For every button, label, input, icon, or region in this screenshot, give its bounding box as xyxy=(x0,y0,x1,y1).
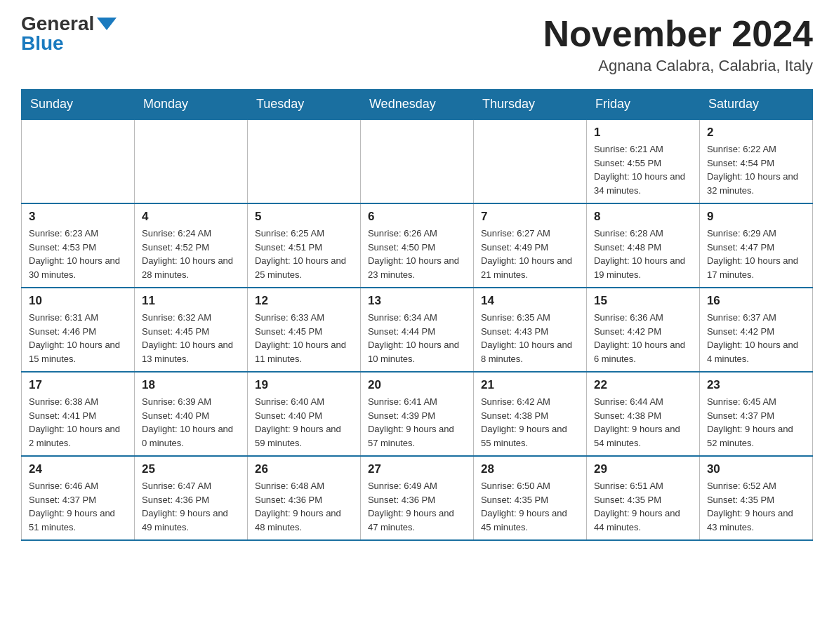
day-number: 11 xyxy=(142,294,240,308)
calendar-week-row: 1Sunrise: 6:21 AMSunset: 4:55 PMDaylight… xyxy=(22,119,813,203)
calendar-cell: 7Sunrise: 6:27 AMSunset: 4:49 PMDaylight… xyxy=(473,203,586,288)
day-number: 21 xyxy=(481,378,579,392)
calendar-cell xyxy=(247,119,360,203)
logo-general-text: General xyxy=(21,14,94,34)
calendar-cell: 23Sunrise: 6:45 AMSunset: 4:37 PMDayligh… xyxy=(699,372,812,456)
column-header-friday: Friday xyxy=(586,90,699,120)
calendar-cell: 24Sunrise: 6:46 AMSunset: 4:37 PMDayligh… xyxy=(22,456,135,540)
calendar-week-row: 24Sunrise: 6:46 AMSunset: 4:37 PMDayligh… xyxy=(22,456,813,540)
day-info: Sunrise: 6:31 AMSunset: 4:46 PMDaylight:… xyxy=(29,311,127,365)
column-header-wednesday: Wednesday xyxy=(360,90,473,120)
calendar-cell: 30Sunrise: 6:52 AMSunset: 4:35 PMDayligh… xyxy=(699,456,812,540)
month-title: November 2024 xyxy=(543,14,813,54)
calendar-cell: 9Sunrise: 6:29 AMSunset: 4:47 PMDaylight… xyxy=(699,203,812,288)
calendar-cell: 3Sunrise: 6:23 AMSunset: 4:53 PMDaylight… xyxy=(22,203,135,288)
day-info: Sunrise: 6:41 AMSunset: 4:39 PMDaylight:… xyxy=(368,395,466,450)
calendar-cell: 27Sunrise: 6:49 AMSunset: 4:36 PMDayligh… xyxy=(360,456,473,540)
day-number: 14 xyxy=(481,294,579,308)
day-info: Sunrise: 6:28 AMSunset: 4:48 PMDaylight:… xyxy=(594,227,692,281)
day-number: 3 xyxy=(29,210,127,224)
day-number: 19 xyxy=(255,378,353,392)
calendar-cell: 29Sunrise: 6:51 AMSunset: 4:35 PMDayligh… xyxy=(586,456,699,540)
calendar-cell xyxy=(473,119,586,203)
calendar-week-row: 10Sunrise: 6:31 AMSunset: 4:46 PMDayligh… xyxy=(22,288,813,372)
calendar-cell: 11Sunrise: 6:32 AMSunset: 4:45 PMDayligh… xyxy=(134,288,247,372)
day-info: Sunrise: 6:26 AMSunset: 4:50 PMDaylight:… xyxy=(368,227,466,281)
calendar-cell: 20Sunrise: 6:41 AMSunset: 4:39 PMDayligh… xyxy=(360,372,473,456)
calendar-cell: 14Sunrise: 6:35 AMSunset: 4:43 PMDayligh… xyxy=(473,288,586,372)
calendar-table: SundayMondayTuesdayWednesdayThursdayFrid… xyxy=(21,89,813,541)
day-info: Sunrise: 6:42 AMSunset: 4:38 PMDaylight:… xyxy=(481,395,579,450)
day-info: Sunrise: 6:51 AMSunset: 4:35 PMDaylight:… xyxy=(594,479,692,534)
day-info: Sunrise: 6:38 AMSunset: 4:41 PMDaylight:… xyxy=(29,395,127,450)
day-info: Sunrise: 6:34 AMSunset: 4:44 PMDaylight:… xyxy=(368,311,466,365)
column-header-tuesday: Tuesday xyxy=(247,90,360,120)
day-number: 10 xyxy=(29,294,127,308)
day-info: Sunrise: 6:32 AMSunset: 4:45 PMDaylight:… xyxy=(142,311,240,365)
day-info: Sunrise: 6:47 AMSunset: 4:36 PMDaylight:… xyxy=(142,479,240,534)
day-info: Sunrise: 6:37 AMSunset: 4:42 PMDaylight:… xyxy=(707,311,805,365)
day-number: 1 xyxy=(594,126,692,140)
day-info: Sunrise: 6:33 AMSunset: 4:45 PMDaylight:… xyxy=(255,311,353,365)
calendar-cell: 6Sunrise: 6:26 AMSunset: 4:50 PMDaylight… xyxy=(360,203,473,288)
day-number: 2 xyxy=(707,126,805,140)
calendar-cell xyxy=(22,119,135,203)
day-info: Sunrise: 6:49 AMSunset: 4:36 PMDaylight:… xyxy=(368,479,466,534)
day-info: Sunrise: 6:29 AMSunset: 4:47 PMDaylight:… xyxy=(707,227,805,281)
day-info: Sunrise: 6:52 AMSunset: 4:35 PMDaylight:… xyxy=(707,479,805,534)
day-number: 17 xyxy=(29,378,127,392)
calendar-cell: 28Sunrise: 6:50 AMSunset: 4:35 PMDayligh… xyxy=(473,456,586,540)
day-number: 13 xyxy=(368,294,466,308)
day-info: Sunrise: 6:46 AMSunset: 4:37 PMDaylight:… xyxy=(29,479,127,534)
day-number: 7 xyxy=(481,210,579,224)
calendar-cell: 4Sunrise: 6:24 AMSunset: 4:52 PMDaylight… xyxy=(134,203,247,288)
day-number: 24 xyxy=(29,462,127,476)
day-info: Sunrise: 6:23 AMSunset: 4:53 PMDaylight:… xyxy=(29,227,127,281)
day-number: 27 xyxy=(368,462,466,476)
day-info: Sunrise: 6:50 AMSunset: 4:35 PMDaylight:… xyxy=(481,479,579,534)
day-number: 8 xyxy=(594,210,692,224)
day-number: 15 xyxy=(594,294,692,308)
day-number: 16 xyxy=(707,294,805,308)
calendar-cell: 13Sunrise: 6:34 AMSunset: 4:44 PMDayligh… xyxy=(360,288,473,372)
column-header-monday: Monday xyxy=(134,90,247,120)
calendar-cell: 5Sunrise: 6:25 AMSunset: 4:51 PMDaylight… xyxy=(247,203,360,288)
day-number: 9 xyxy=(707,210,805,224)
day-number: 12 xyxy=(255,294,353,308)
day-info: Sunrise: 6:35 AMSunset: 4:43 PMDaylight:… xyxy=(481,311,579,365)
calendar-cell: 26Sunrise: 6:48 AMSunset: 4:36 PMDayligh… xyxy=(247,456,360,540)
location-text: Agnana Calabra, Calabria, Italy xyxy=(543,57,813,75)
day-info: Sunrise: 6:25 AMSunset: 4:51 PMDaylight:… xyxy=(255,227,353,281)
day-number: 28 xyxy=(481,462,579,476)
calendar-cell xyxy=(134,119,247,203)
day-number: 26 xyxy=(255,462,353,476)
day-number: 5 xyxy=(255,210,353,224)
day-info: Sunrise: 6:45 AMSunset: 4:37 PMDaylight:… xyxy=(707,395,805,450)
calendar-week-row: 3Sunrise: 6:23 AMSunset: 4:53 PMDaylight… xyxy=(22,203,813,288)
calendar-cell: 12Sunrise: 6:33 AMSunset: 4:45 PMDayligh… xyxy=(247,288,360,372)
calendar-cell: 19Sunrise: 6:40 AMSunset: 4:40 PMDayligh… xyxy=(247,372,360,456)
day-info: Sunrise: 6:27 AMSunset: 4:49 PMDaylight:… xyxy=(481,227,579,281)
day-info: Sunrise: 6:36 AMSunset: 4:42 PMDaylight:… xyxy=(594,311,692,365)
column-header-saturday: Saturday xyxy=(699,90,812,120)
logo-blue-text: Blue xyxy=(21,34,64,53)
day-info: Sunrise: 6:21 AMSunset: 4:55 PMDaylight:… xyxy=(594,142,692,197)
day-number: 30 xyxy=(707,462,805,476)
logo-triangle-icon xyxy=(97,18,117,30)
calendar-cell: 22Sunrise: 6:44 AMSunset: 4:38 PMDayligh… xyxy=(586,372,699,456)
calendar-cell: 16Sunrise: 6:37 AMSunset: 4:42 PMDayligh… xyxy=(699,288,812,372)
title-section: November 2024 Agnana Calabra, Calabria, … xyxy=(543,14,813,75)
day-info: Sunrise: 6:48 AMSunset: 4:36 PMDaylight:… xyxy=(255,479,353,534)
calendar-cell: 17Sunrise: 6:38 AMSunset: 4:41 PMDayligh… xyxy=(22,372,135,456)
day-number: 20 xyxy=(368,378,466,392)
calendar-cell: 15Sunrise: 6:36 AMSunset: 4:42 PMDayligh… xyxy=(586,288,699,372)
column-header-thursday: Thursday xyxy=(473,90,586,120)
calendar-cell: 21Sunrise: 6:42 AMSunset: 4:38 PMDayligh… xyxy=(473,372,586,456)
day-number: 29 xyxy=(594,462,692,476)
calendar-header-row: SundayMondayTuesdayWednesdayThursdayFrid… xyxy=(22,90,813,120)
day-number: 25 xyxy=(142,462,240,476)
day-number: 22 xyxy=(594,378,692,392)
day-info: Sunrise: 6:44 AMSunset: 4:38 PMDaylight:… xyxy=(594,395,692,450)
day-info: Sunrise: 6:39 AMSunset: 4:40 PMDaylight:… xyxy=(142,395,240,450)
day-number: 4 xyxy=(142,210,240,224)
